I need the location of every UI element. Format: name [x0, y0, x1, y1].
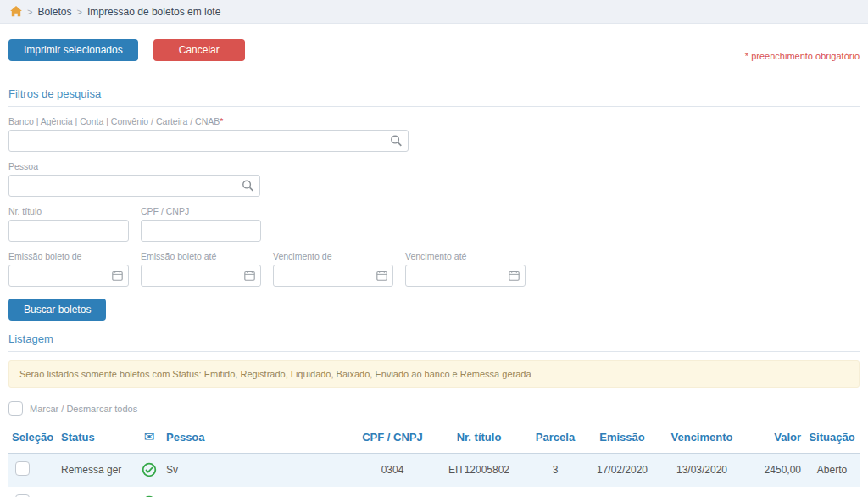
filters-section-rule	[8, 106, 860, 107]
vencimento-de-label: Vencimento de	[273, 251, 393, 261]
status-notice: Serão listados somente boletos com Statu…	[8, 360, 860, 388]
cpf-cnpj-input[interactable]	[141, 220, 261, 242]
cell-emissao: 17/02/2020	[584, 454, 660, 487]
cell-cpf: 0304	[353, 487, 431, 497]
check-circle-icon	[136, 454, 163, 487]
emissao-de-label: Emissão boleto de	[8, 251, 129, 261]
breadcrumb-boletos[interactable]: Boletos	[37, 6, 71, 18]
cell-situacao: Aberto	[804, 454, 860, 487]
vencimento-ate-input[interactable]	[405, 265, 526, 287]
cell-parcela: 3	[526, 454, 584, 487]
breadcrumb: > Boletos > Impressão de boletos em lote	[0, 0, 868, 24]
calendar-icon[interactable]	[509, 271, 520, 282]
cell-emissao: 17/02/2020	[584, 487, 660, 497]
nr-titulo-input[interactable]	[8, 220, 129, 242]
bank-search-input[interactable]	[8, 130, 409, 152]
required-note: * preenchimento obrigatório	[745, 51, 860, 61]
cell-valor: 2450,00	[743, 454, 804, 487]
person-search-input[interactable]	[8, 175, 260, 197]
cell-vencimento: 13/04/2020	[660, 487, 743, 497]
select-all-label: Marcar / Desmarcar todos	[30, 404, 137, 414]
cell-situacao: Aberto	[804, 487, 860, 497]
table-header-row: Seleção Status ✉ Pessoa CPF / CNPJ Nr. t…	[8, 426, 860, 454]
person-field-label: Pessoa	[8, 161, 860, 171]
home-icon[interactable]	[10, 6, 22, 17]
search-icon[interactable]	[242, 180, 254, 193]
cell-parcela: 4	[526, 487, 584, 497]
calendar-icon[interactable]	[244, 271, 255, 282]
listing-section-title: Listagem	[8, 332, 860, 345]
cpf-cnpj-label: CPF / CNPJ	[141, 206, 261, 216]
bank-required-mark: *	[220, 116, 223, 126]
header-emissao: Emissão	[584, 426, 660, 454]
breadcrumb-current: Impressão de boletos em lote	[87, 6, 220, 18]
cell-nr-titulo: EIT12005802	[431, 454, 526, 487]
cell-pessoa: Sv	[163, 454, 353, 487]
cell-nr-titulo: EIT12005803	[431, 487, 526, 497]
filters-section-title: Filtros de pesquisa	[8, 87, 860, 100]
select-all-checkbox[interactable]	[8, 401, 23, 416]
emissao-ate-label: Emissão boleto até	[141, 251, 261, 261]
vencimento-ate-label: Vencimento até	[405, 251, 526, 261]
header-vencimento: Vencimento	[660, 426, 743, 454]
header-selecao: Seleção	[8, 426, 58, 454]
cancel-button[interactable]: Cancelar	[153, 39, 245, 61]
print-selected-button[interactable]: Imprimir selecionados	[8, 39, 138, 61]
nr-titulo-label: Nr. título	[8, 206, 129, 216]
breadcrumb-separator: >	[76, 7, 81, 17]
boletos-table: Seleção Status ✉ Pessoa CPF / CNPJ Nr. t…	[8, 426, 860, 497]
toolbar: Imprimir selecionados Cancelar * preench…	[8, 39, 860, 61]
bank-field-label: Banco | Agência | Conta | Convênio / Car…	[8, 116, 860, 126]
check-circle-icon	[136, 487, 163, 497]
table-row: Remessa ger Sv 0304 EIT12005802 3 17/02/…	[8, 454, 860, 487]
buscar-boletos-button[interactable]: Buscar boletos	[8, 299, 106, 321]
vencimento-de-input[interactable]	[273, 265, 393, 287]
bank-field-label-text: Banco | Agência | Conta | Convênio / Car…	[8, 116, 220, 126]
header-pessoa: Pessoa	[163, 426, 353, 454]
emissao-de-input[interactable]	[8, 265, 129, 287]
mail-icon: ✉	[136, 426, 163, 454]
row-checkbox[interactable]	[15, 461, 30, 476]
cell-pessoa: Sv	[163, 487, 353, 497]
header-valor: Valor	[743, 426, 804, 454]
header-nr-titulo: Nr. título	[431, 426, 526, 454]
table-row: Remessa ger Sv 0304 EIT12005803 4 17/02/…	[8, 487, 860, 497]
cell-valor: 2500,00	[743, 487, 804, 497]
calendar-icon[interactable]	[376, 271, 387, 282]
cell-cpf: 0304	[353, 454, 431, 487]
cell-status: Remessa ger	[58, 487, 136, 497]
emissao-ate-input[interactable]	[141, 265, 261, 287]
breadcrumb-separator: >	[27, 7, 32, 17]
calendar-icon[interactable]	[112, 271, 123, 282]
header-cpf-cnpj: CPF / CNPJ	[353, 426, 431, 454]
header-status: Status	[58, 426, 136, 454]
cell-vencimento: 13/03/2020	[660, 454, 743, 487]
header-situacao: Situação	[804, 426, 860, 454]
select-all-row: Marcar / Desmarcar todos	[8, 401, 860, 416]
cell-status: Remessa ger	[58, 454, 136, 487]
toolbar-divider	[8, 75, 860, 75]
header-parcela: Parcela	[526, 426, 584, 454]
search-icon[interactable]	[390, 135, 403, 148]
listing-section-rule	[8, 351, 860, 352]
